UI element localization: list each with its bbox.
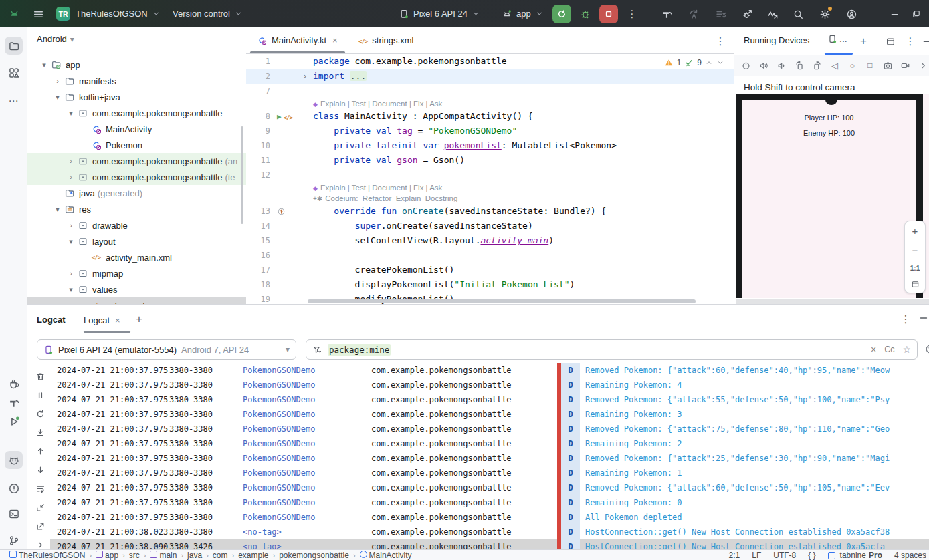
resource-manager-icon[interactable] [5,63,23,82]
rerun-button[interactable] [552,5,571,23]
device-tab[interactable]: ... [827,33,847,44]
project-view-selector[interactable]: Android ▾ [37,34,74,44]
jump-in-icon[interactable] [34,501,46,513]
tree-chevron-icon[interactable]: › [65,157,77,165]
settings-gear-icon[interactable] [816,5,833,23]
help-icon[interactable] [925,344,929,354]
tree-chevron-icon[interactable]: › [51,77,64,85]
logcat-row[interactable]: 2024-07-21 21:00:37.9753380-3380PokemonG… [50,480,929,495]
more-icon[interactable] [34,539,46,550]
tree-item[interactable]: ▾res [27,201,246,217]
breadcrumb-item[interactable]: example [238,551,268,560]
build-list-icon[interactable] [712,5,729,23]
project-selector[interactable]: TheRulesOfGSON [76,0,161,27]
inlay-hint[interactable]: ◆Explain | Test | Document | Fix | Ask [308,182,734,193]
screenshot-icon[interactable] [882,59,894,72]
line-separator[interactable]: LF [752,551,761,560]
project-tree-scrollbar[interactable] [241,126,243,224]
tab-mainactivity[interactable]: MainActivity.kt × [250,27,344,53]
open-external-icon[interactable] [34,520,46,532]
window-restore-icon[interactable] [908,5,925,23]
code-line[interactable]: 14 super.onCreate(savedInstanceState) [246,219,734,233]
tree-item[interactable]: ›manifests [27,73,246,89]
pause-logcat-icon[interactable] [34,389,46,401]
logcat-row[interactable]: 2024-07-21 21:00:37.9753380-3380PokemonG… [50,436,929,451]
file-encoding[interactable]: UTF-8 [773,551,796,560]
actual-size-button[interactable]: 1:1 [910,265,920,272]
tree-item[interactable]: ▾kotlin+java [27,89,246,105]
hamburger-menu-icon[interactable] [29,5,47,23]
caret-position[interactable]: 2:1 [729,551,740,560]
code-editor[interactable]: 1package com.example.pokemongsonbattle2›… [246,54,734,304]
logcat-row[interactable]: 2024-07-21 21:00:38.0233380-3380<no-tag>… [50,525,929,539]
tree-item[interactable]: MainActivity [27,121,246,137]
clear-filter-icon[interactable]: × [871,344,876,355]
logcat-row[interactable]: 2024-07-21 21:00:37.9753380-3380PokemonG… [50,510,929,525]
code-line[interactable]: 9 private val tag = "PokemonGSONDemo" [246,124,734,138]
logcat-row[interactable]: 2024-07-21 21:00:37.9753380-3380PokemonG… [50,392,929,407]
logcat-row[interactable]: 2024-07-21 21:00:37.9753380-3380PokemonG… [50,407,929,422]
run-tool-icon[interactable] [5,412,23,430]
logcat-filter-input[interactable]: package:mine × Cc ☆ [306,339,918,360]
breadcrumb-item[interactable]: java [187,551,202,560]
code-line[interactable]: 13 override fun onCreate(savedInstanceSt… [246,204,734,219]
code-line[interactable]: 18 displayPokemonList("Initial Pokemon L… [246,277,734,292]
tab-strings-xml[interactable]: </> strings.xml [352,27,420,53]
volume-down-icon[interactable] [776,59,787,72]
tree-item[interactable]: </>activity_main.xml [27,249,246,265]
panel-options-icon[interactable]: ⋮ [902,33,918,49]
zoom-out-button[interactable]: − [912,245,918,256]
account-icon[interactable] [843,5,860,23]
tree-item[interactable]: Pokemon [27,137,246,153]
code-style-indicator[interactable]: { } [808,551,815,560]
assistant-tool-icon[interactable] [5,375,23,393]
code-line[interactable]: 7 [246,84,734,98]
version-control-tool-icon[interactable] [5,531,23,549]
window-minimize-icon[interactable] [886,5,903,23]
scroll-to-end-icon[interactable] [34,426,46,438]
tree-chevron-icon[interactable]: › [65,221,77,229]
more-actions-icon[interactable] [918,59,929,72]
code-line[interactable]: 12 [246,168,734,182]
logcat-tool-icon[interactable] [5,451,23,469]
tree-item[interactable]: java(generated) [27,185,246,201]
next-problem-icon[interactable] [716,59,724,67]
breadcrumb-item[interactable]: TheRulesOfGSON [9,551,85,560]
tabnine-widget[interactable]: tabninePro [828,551,882,560]
logcat-row[interactable]: 2024-07-21 21:00:37.9753380-3380PokemonG… [50,451,929,466]
gutter-override-icon[interactable] [277,207,286,216]
volume-up-icon[interactable] [758,59,769,72]
clear-logcat-icon[interactable] [34,370,46,382]
tree-item[interactable]: ›drawable [27,217,246,233]
tree-item[interactable]: ›mipmap [27,265,246,281]
tree-chevron-icon[interactable]: ▾ [51,93,64,102]
tree-chevron-icon[interactable]: ▾ [65,285,77,294]
add-logcat-tab-icon[interactable]: + [136,313,142,326]
rotate-left-icon[interactable] [793,59,805,72]
code-line[interactable]: 15 setContentView(R.layout.activity_main… [246,233,734,248]
breadcrumb-item[interactable]: com [213,551,228,560]
logcat-row[interactable]: 2024-07-21 21:00:37.9753380-3380PokemonG… [50,495,929,510]
tree-item[interactable]: ▾values [27,281,246,297]
logcat-row[interactable]: 2024-07-21 21:00:37.9753380-3380PokemonG… [50,466,929,480]
logcat-output[interactable]: 2024-07-21 21:00:37.9753380-3380PokemonG… [50,363,929,550]
hide-panel-icon[interactable] [918,33,929,49]
breadcrumb-item[interactable]: pokemongsonbattle [279,551,349,560]
code-line[interactable]: 8▶</>class MainActivity : AppCompatActiv… [246,109,734,124]
gutter-xmlmark-icon[interactable]: </> [284,110,292,124]
logcat-row[interactable]: 2024-07-21 21:00:37.9753380-3380PokemonG… [50,363,929,378]
breadcrumb-item[interactable]: src [129,551,140,560]
inlay-hint[interactable]: +✱Codeium: Refactor Explain Docstring [308,193,734,204]
tree-chevron-icon[interactable]: ▾ [38,61,50,69]
more-tool-windows-icon[interactable]: ⋯ [5,92,23,110]
editor-horizontal-scrollbar[interactable] [308,299,696,303]
fit-to-window-button[interactable] [911,280,920,289]
logcat-options-icon[interactable]: ⋮ [900,313,911,325]
breadcrumb-item[interactable]: app [96,551,118,560]
rotate-right-icon[interactable] [811,59,823,72]
prev-problem-icon[interactable] [705,59,713,67]
logcat-row[interactable]: 2024-07-21 21:00:37.9753380-3380PokemonG… [50,422,929,436]
profiler-bug-icon[interactable] [738,5,756,23]
editor-options-icon[interactable]: ⋮ [712,33,728,49]
panel-layout-icon[interactable] [882,33,898,49]
